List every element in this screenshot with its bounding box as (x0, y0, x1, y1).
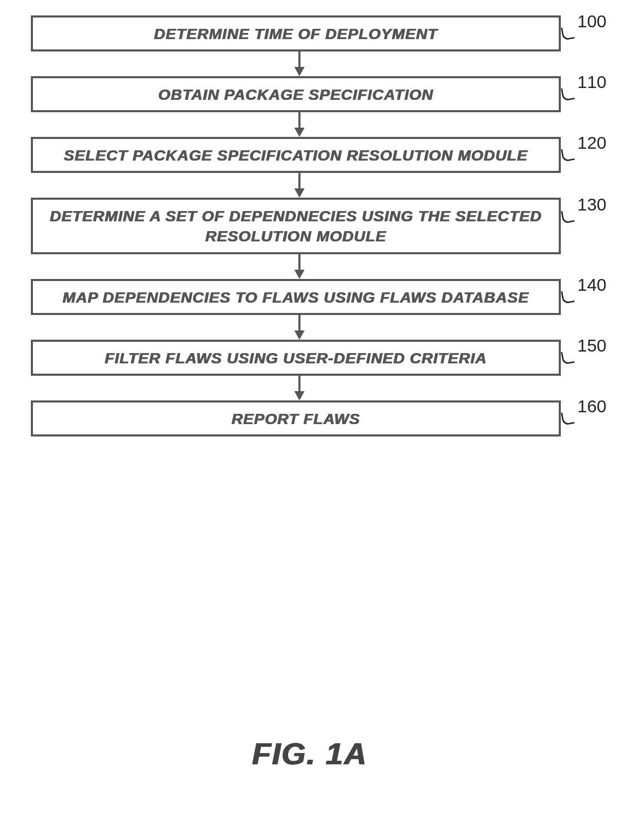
ref-number: 130 (577, 195, 607, 215)
step-label: OBTAIN PACKAGE SPECIFICATION (158, 84, 434, 104)
ref-number: 150 (577, 336, 607, 356)
step-box-130: DETERMINE A SET OF DEPENDNECIES USING TH… (31, 198, 561, 254)
ref-tick (561, 350, 575, 365)
ref-number: 100 (577, 11, 607, 31)
ref-tick (561, 26, 575, 41)
step-label: FILTER FLAWS USING USER-DEFINED CRITERIA (105, 348, 487, 368)
ref-tick (561, 86, 575, 101)
ref-tick (561, 147, 575, 162)
step-box-160: REPORT FLAWS (31, 400, 561, 436)
ref-number: 140 (577, 275, 607, 295)
step-label: DETERMINE TIME OF DEPLOYMENT (154, 24, 437, 44)
figure-label: FIG. 1A (252, 736, 367, 772)
flowchart-canvas: DETERMINE TIME OF DEPLOYMENT OBTAIN PACK… (0, 0, 638, 840)
step-box-140: MAP DEPENDENCIES TO FLAWS USING FLAWS DA… (31, 279, 561, 315)
ref-tick (561, 411, 575, 426)
step-box-100: DETERMINE TIME OF DEPLOYMENT (31, 15, 561, 51)
ref-number: 160 (577, 396, 607, 416)
step-box-120: SELECT PACKAGE SPECIFICATION RESOLUTION … (31, 137, 561, 173)
step-label: SELECT PACKAGE SPECIFICATION RESOLUTION … (64, 145, 528, 165)
step-box-110: OBTAIN PACKAGE SPECIFICATION (31, 76, 561, 112)
ref-tick (561, 209, 575, 224)
ref-number: 120 (577, 133, 607, 153)
step-label: DETERMINE A SET OF DEPENDNECIES USING TH… (43, 206, 548, 246)
ref-number: 110 (577, 72, 607, 92)
step-label: MAP DEPENDENCIES TO FLAWS USING FLAWS DA… (63, 287, 529, 307)
step-label: REPORT FLAWS (232, 409, 360, 429)
step-box-150: FILTER FLAWS USING USER-DEFINED CRITERIA (31, 340, 561, 376)
ref-tick (561, 289, 575, 304)
